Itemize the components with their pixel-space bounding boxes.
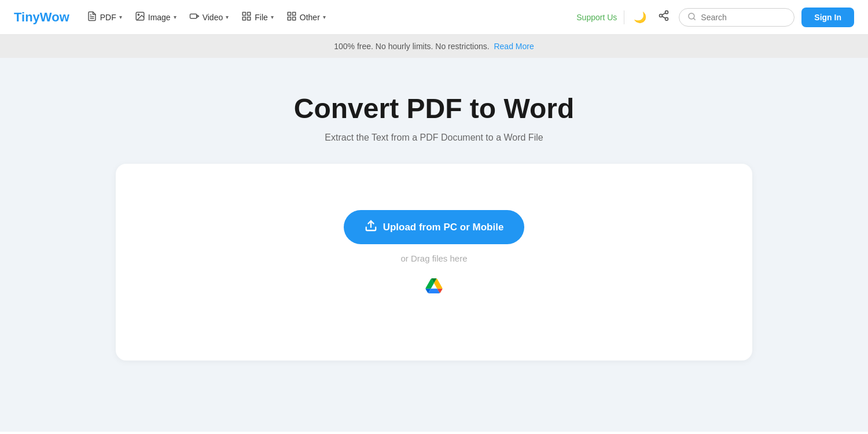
page-title: Convert PDF to Word (294, 93, 574, 124)
other-chevron-icon: ▾ (323, 14, 326, 20)
svg-line-18 (662, 13, 665, 14)
other-icon (286, 11, 297, 24)
pdf-chevron-icon: ▾ (119, 14, 122, 20)
banner-read-more-link[interactable]: Read More (494, 42, 534, 51)
file-icon (241, 11, 252, 24)
upload-button[interactable]: Upload from PC or Mobile (344, 210, 525, 244)
nav-divider (624, 10, 624, 24)
svg-marker-5 (196, 14, 198, 17)
main-content: Convert PDF to Word Extract the Text fro… (0, 58, 868, 432)
nav-image-label: Image (148, 13, 171, 22)
svg-rect-9 (242, 17, 245, 20)
nav-items: PDF ▾ Image ▾ Video ▾ File ▾ (81, 8, 575, 27)
search-box (679, 8, 795, 27)
signin-button[interactable]: Sign In (801, 8, 854, 27)
navbar: TinyWow PDF ▾ Image ▾ Video ▾ (0, 0, 868, 35)
page-subtitle: Extract the Text from a PDF Document to … (325, 133, 543, 143)
image-icon (135, 11, 145, 24)
nav-other-label: Other (300, 13, 320, 22)
logo[interactable]: TinyWow (14, 10, 69, 25)
logo-black: Tiny (14, 10, 40, 24)
svg-rect-11 (292, 12, 295, 15)
nav-video-label: Video (203, 13, 223, 22)
share-button[interactable] (656, 8, 672, 27)
nav-file-label: File (255, 13, 268, 22)
nav-item-image[interactable]: Image ▾ (129, 8, 182, 27)
video-icon (189, 11, 200, 24)
nav-right: Support Us 🌙 Sign In (576, 8, 854, 27)
svg-rect-12 (292, 17, 295, 20)
nav-item-file[interactable]: File ▾ (236, 8, 279, 27)
video-chevron-icon: ▾ (226, 14, 229, 20)
banner-text: 100% free. No hourly limits. No restrict… (334, 42, 489, 51)
upload-card: Upload from PC or Mobile or Drag files h… (116, 164, 752, 361)
search-icon (687, 12, 696, 23)
share-icon (658, 10, 670, 24)
file-chevron-icon: ▾ (271, 14, 274, 20)
nav-pdf-label: PDF (100, 13, 116, 22)
logo-blue: Wow (40, 10, 69, 24)
nav-item-other[interactable]: Other ▾ (281, 8, 332, 27)
upload-button-label: Upload from PC or Mobile (383, 222, 504, 233)
svg-rect-13 (288, 17, 290, 20)
svg-line-17 (662, 16, 665, 18)
svg-rect-7 (248, 12, 251, 15)
svg-rect-8 (248, 17, 251, 20)
svg-rect-10 (288, 12, 290, 15)
promo-banner: 100% free. No hourly limits. No restrict… (0, 35, 868, 58)
google-drive-icon[interactable] (425, 278, 443, 297)
upload-icon (365, 219, 377, 235)
nav-item-video[interactable]: Video ▾ (183, 8, 235, 27)
search-input[interactable] (701, 13, 786, 22)
image-chevron-icon: ▾ (174, 14, 176, 20)
pdf-icon (87, 11, 97, 24)
dark-mode-button[interactable]: 🌙 (631, 9, 649, 26)
svg-rect-4 (190, 14, 196, 19)
svg-point-3 (138, 14, 139, 15)
svg-rect-6 (242, 12, 245, 15)
support-link[interactable]: Support Us (576, 13, 617, 22)
drag-drop-label: or Drag files here (400, 253, 467, 263)
nav-item-pdf[interactable]: PDF ▾ (81, 8, 128, 27)
svg-line-20 (694, 18, 696, 20)
moon-icon: 🌙 (634, 11, 646, 24)
